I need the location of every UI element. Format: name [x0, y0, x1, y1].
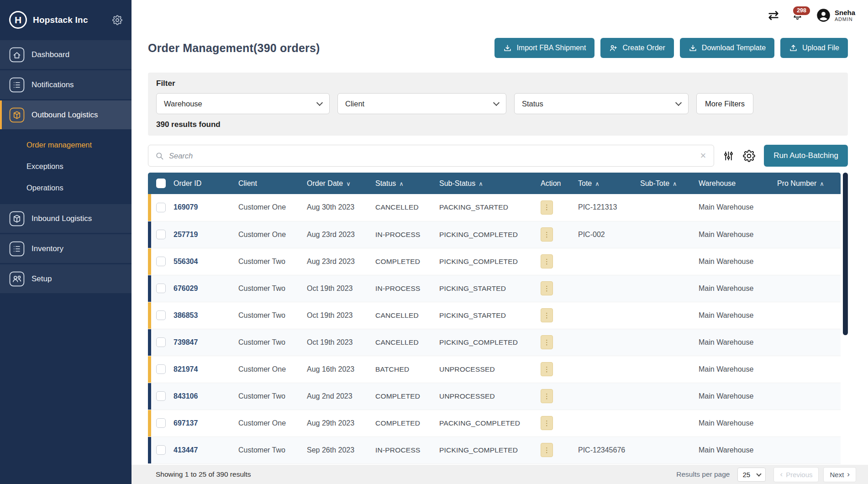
select-all-checkbox[interactable]: [156, 179, 166, 188]
sidebar-item-operations[interactable]: Operations: [0, 177, 132, 199]
row-checkbox[interactable]: [156, 203, 166, 212]
order-id-link[interactable]: 697137: [174, 419, 198, 427]
column-header-order-id[interactable]: Order ID: [169, 173, 234, 194]
row-checkbox[interactable]: [156, 230, 166, 239]
row-actions-menu-button[interactable]: [541, 362, 553, 376]
column-label: Pro Number: [777, 179, 816, 187]
inbound-logistics-icon: [9, 211, 25, 226]
column-header-sub-tote[interactable]: Sub-Tote∧: [636, 173, 694, 194]
status-cell: CANCELLED: [375, 203, 419, 211]
row-checkbox[interactable]: [156, 364, 166, 374]
sidebar-item-exceptions[interactable]: Exceptions: [0, 156, 132, 177]
chevron-down-icon: [675, 99, 682, 105]
transfer-arrows-icon[interactable]: [767, 9, 780, 22]
brand-header: H Hopstack Inc: [0, 0, 132, 40]
sub-status-cell: PICKING_COMPLETED: [439, 258, 518, 265]
row-checkbox[interactable]: [156, 418, 166, 428]
add-user-icon: [609, 44, 618, 53]
column-header-action[interactable]: Action: [536, 173, 573, 194]
chevron-down-icon: [316, 99, 323, 105]
row-actions-menu-button[interactable]: [541, 416, 553, 430]
sidebar-item-inventory[interactable]: Inventory: [0, 234, 132, 263]
row-actions-menu-button[interactable]: [541, 389, 553, 403]
warehouse-filter-dropdown[interactable]: Warehouse: [156, 93, 330, 114]
sidebar-item-outbound-logistics[interactable]: Outbound Logistics: [0, 100, 132, 129]
column-header-pro-number[interactable]: Pro Number∧: [773, 173, 841, 194]
sub-status-cell: PACKING_STARTED: [439, 203, 508, 211]
order-id-link[interactable]: 386853: [174, 311, 198, 319]
order-id-link[interactable]: 169079: [174, 203, 198, 211]
table-settings-gear-icon[interactable]: [743, 150, 755, 162]
search-box: [148, 145, 714, 167]
clear-search-icon[interactable]: [699, 151, 707, 161]
create-order-button[interactable]: Create Order: [600, 38, 673, 58]
next-page-button[interactable]: Next: [823, 467, 856, 482]
notification-bell-icon[interactable]: 298: [791, 9, 804, 21]
adjustments-sliders-icon[interactable]: [723, 150, 734, 162]
order-id-link[interactable]: 676029: [174, 284, 198, 292]
sidebar-settings-gear-icon[interactable]: [112, 15, 122, 25]
column-header-sub-status[interactable]: Sub-Status∧: [435, 173, 536, 194]
row-actions-menu-button[interactable]: [541, 443, 553, 457]
sort-desc-icon: ∨: [346, 180, 351, 187]
order-date-cell: Aug 23rd 2023: [307, 258, 355, 265]
sidebar-item-label: Inbound Logistics: [32, 214, 92, 223]
warehouse-cell: Main Warehouse: [699, 338, 753, 346]
status-cell: CANCELLED: [375, 311, 419, 319]
page-size-select[interactable]: 25: [737, 468, 766, 482]
showing-results-text: Showing 1 to 25 of 390 results: [156, 470, 251, 479]
tote-cell: PIC-121313: [578, 203, 617, 211]
row-actions-menu-button[interactable]: [541, 254, 553, 268]
column-header-tote[interactable]: Tote∧: [573, 173, 636, 194]
search-input[interactable]: [169, 152, 694, 160]
row-actions-menu-button[interactable]: [541, 281, 553, 295]
order-id-link[interactable]: 257719: [174, 231, 198, 238]
row-checkbox[interactable]: [156, 337, 166, 347]
row-checkbox[interactable]: [156, 257, 166, 266]
previous-page-button[interactable]: Previous: [773, 467, 819, 482]
status-filter-dropdown[interactable]: Status: [514, 93, 689, 114]
sidebar-item-setup[interactable]: Setup: [0, 264, 132, 293]
row-checkbox[interactable]: [156, 391, 166, 401]
upload-file-button[interactable]: Upload File: [780, 38, 848, 58]
status-cell: IN-PROCESS: [375, 284, 420, 292]
order-id-link[interactable]: 556304: [174, 258, 198, 265]
sidebar-item-inbound-logistics[interactable]: Inbound Logistics: [0, 204, 132, 233]
sidebar-item-notifications[interactable]: Notifications: [0, 70, 132, 99]
column-label: Action: [541, 179, 561, 187]
row-checkbox[interactable]: [156, 310, 166, 320]
order-id-link[interactable]: 843106: [174, 392, 198, 400]
download-template-button[interactable]: Download Template: [680, 38, 774, 58]
sidebar-item-dashboard[interactable]: Dashboard: [0, 40, 132, 69]
row-actions-menu-button[interactable]: [541, 227, 553, 242]
column-header-status[interactable]: Status∧: [371, 173, 435, 194]
client-cell: Customer One: [238, 419, 286, 427]
table-body: 169079 Customer One Aug 30th 2023 CANCEL…: [148, 194, 841, 463]
row-actions-menu-button[interactable]: [541, 335, 553, 349]
more-filters-button[interactable]: More Filters: [696, 93, 753, 114]
user-menu[interactable]: Sneha ADMIN: [816, 8, 855, 22]
run-auto-batching-button[interactable]: Run Auto-Batching: [764, 145, 848, 167]
column-header-order-date[interactable]: Order Date∨: [302, 173, 371, 194]
chevron-down-icon: [757, 471, 762, 476]
sub-status-cell: PICKING_COMPLETED: [439, 446, 518, 454]
results-per-page-label: Results per page: [676, 470, 730, 479]
sidebar-item-order-management[interactable]: Order management: [0, 134, 132, 156]
import-fba-shipment-button[interactable]: Import FBA Shipment: [494, 38, 594, 58]
order-id-link[interactable]: 413447: [174, 446, 198, 454]
order-id-link[interactable]: 821974: [174, 365, 198, 373]
client-filter-dropdown[interactable]: Client: [337, 93, 506, 114]
column-header-warehouse[interactable]: Warehouse: [694, 173, 773, 194]
row-checkbox[interactable]: [156, 284, 166, 293]
download-icon: [689, 44, 697, 53]
row-actions-menu-button[interactable]: [541, 308, 553, 322]
column-header-client[interactable]: Client: [234, 173, 302, 194]
pagination: Previous Next: [773, 467, 856, 482]
column-label: Order ID: [174, 179, 201, 187]
table-scrollbar-thumb[interactable]: [843, 173, 848, 335]
footer-right: Results per page 25 Previous Next: [676, 467, 856, 482]
order-id-link[interactable]: 739847: [174, 338, 198, 346]
row-checkbox[interactable]: [156, 445, 166, 455]
inventory-icon: [9, 241, 25, 257]
row-actions-menu-button[interactable]: [541, 200, 553, 215]
